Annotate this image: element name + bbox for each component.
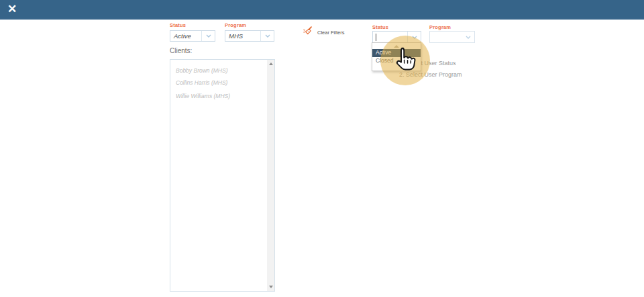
left-status-value: Active (170, 31, 201, 41)
left-status-select[interactable]: Active (170, 30, 215, 42)
clients-listbox[interactable]: Bobby Brown (MHS) Collins Harris (MHS) W… (170, 59, 275, 292)
right-status-select[interactable] (372, 31, 421, 43)
clear-filters-label: Clear Filters (317, 30, 344, 36)
right-status-label: Status (372, 24, 388, 30)
clients-label: Clients: (170, 47, 192, 54)
list-item[interactable]: Willie Williams (MHS) (170, 89, 274, 103)
status-dropdown-panel: Active Closed (372, 42, 421, 71)
right-program-select[interactable] (429, 31, 475, 43)
scroll-up-icon (394, 45, 399, 48)
list-item[interactable]: Bobby Brown (MHS) (170, 60, 274, 76)
scroll-down-icon[interactable] (269, 286, 273, 288)
left-status-label: Status (170, 22, 186, 28)
title-bar: ✕ (0, 0, 644, 20)
chevron-down-icon[interactable] (407, 32, 421, 42)
left-program-label: Program (225, 22, 246, 28)
chevron-down-icon[interactable] (260, 31, 274, 41)
clear-filters-button[interactable]: Clear Filters (303, 26, 344, 40)
dropdown-scroll-up[interactable] (372, 43, 421, 49)
dropdown-option-active[interactable]: Active (372, 49, 421, 57)
left-program-select[interactable]: MHS (225, 30, 274, 42)
right-status-value (376, 32, 407, 42)
list-item[interactable]: Collins Harris (MHS) (170, 76, 274, 89)
chevron-down-icon[interactable] (201, 31, 215, 41)
scrollbar[interactable] (267, 60, 274, 291)
chevron-down-icon[interactable] (462, 32, 474, 42)
right-program-value (430, 32, 462, 42)
close-icon[interactable]: ✕ (7, 2, 17, 17)
scroll-up-icon[interactable] (269, 62, 273, 65)
right-program-label: Program (429, 24, 451, 30)
left-program-value: MHS (225, 31, 260, 41)
dropdown-option-closed[interactable]: Closed (372, 57, 421, 65)
broom-icon (303, 26, 314, 40)
